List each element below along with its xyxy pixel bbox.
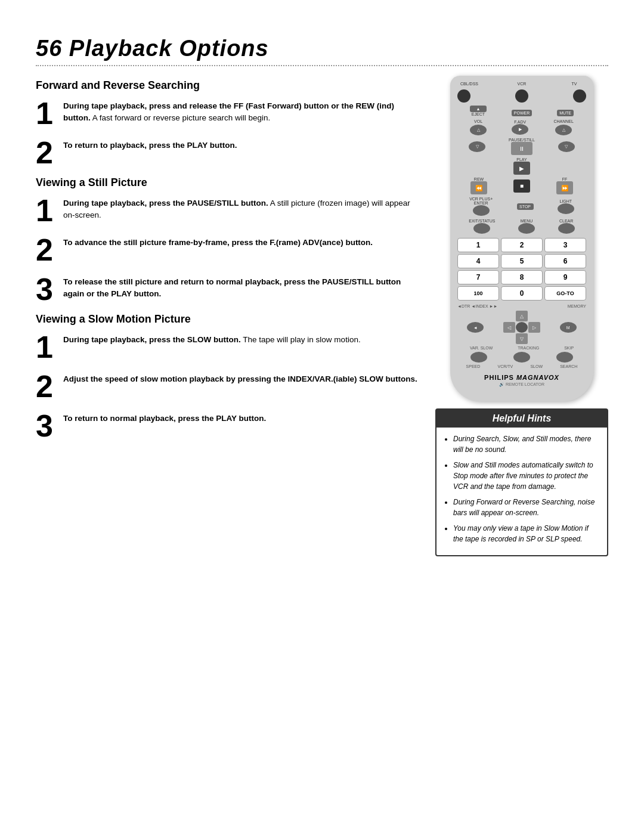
step-text: During tape playback, press the PAUSE/ST… [63,195,417,222]
power-button[interactable]: POWER [512,110,532,116]
step-bold-text: To release the still picture and return … [63,277,401,298]
bottom-function-row [457,352,586,363]
channel-up-button[interactable]: △ [555,125,572,135]
hints-title: Helpful Hints [493,413,552,423]
slow-label: SLOW [530,364,543,368]
helpful-hints-box: Helpful Hints During Search, Slow, and S… [435,408,608,556]
ok-button[interactable] [516,322,528,333]
up-button[interactable]: △ [516,311,528,321]
step-number: 3 [36,410,57,441]
num8-button[interactable]: 8 [501,270,543,284]
pause-row: ▽ PAUSE/STILL ⏸ ▽ [457,138,586,155]
memory-button[interactable]: M [560,322,577,333]
clear-group: CLEAR [558,219,575,234]
step-block: 2 To advance the still picture frame-by-… [36,234,417,265]
exit-status-button[interactable] [473,223,490,234]
navigation-dpad: △ ◁ ▷ ▽ [503,311,540,344]
eject-button[interactable]: ▲ [470,106,487,112]
num7-button[interactable]: 7 [457,270,499,284]
light-group: LIGHT [558,199,574,214]
skip-button[interactable] [556,352,573,363]
numpad: 1 2 3 4 5 6 7 8 9 100 0 GO-TO [457,238,586,301]
hints-body: During Search, Slow, and Still modes, th… [436,428,607,555]
step-text: To return to playback, press the PLAY bu… [63,137,237,151]
ff-group: FF ⏩ [556,177,573,194]
fadv-group: F.ADV ▶ [512,120,528,135]
num0-button[interactable]: 0 [501,286,543,301]
clear-button[interactable] [558,223,575,234]
section-divider [36,65,608,66]
num4-button[interactable]: 4 [457,254,499,268]
step-bold-text: To return to playback, press the PLAY bu… [63,141,237,150]
page-container: 56 Playback Options Forward and Reverse … [0,0,644,592]
stop-center-button[interactable]: ■ [513,179,530,193]
step-bold-text: During tape playback, press the PAUSE/ST… [63,199,268,208]
goto-button[interactable]: GO-TO [544,286,586,301]
light-button[interactable] [558,203,574,214]
step-text: To release the still picture and return … [63,274,417,301]
magnavox-logo: MAGNAVOX [516,374,559,381]
step-number: 2 [36,234,57,265]
channel-label: CHANNEL [553,119,573,123]
eject-group: ▲ EJECT [470,106,487,116]
num6-button[interactable]: 6 [544,254,586,268]
speed-label: SPEED [466,364,481,368]
step-bold-text: To return to normal playback, press the … [63,414,266,423]
down-button[interactable]: ▽ [516,333,528,344]
var-slow-button[interactable] [470,352,487,363]
right-button[interactable]: ▷ [528,322,540,333]
num100-button[interactable]: 100 [457,286,499,301]
vcr-button[interactable] [515,89,528,103]
mute-button[interactable]: MUTE [557,110,574,116]
power-group: POWER [512,110,532,116]
exit-status-label: EXIT/STATUS [469,219,495,223]
channel-group: CHANNEL △ [553,119,573,135]
mute-group: MUTE [557,110,574,116]
step-block: 2 To return to playback, press the PLAY … [36,137,417,168]
num2-button[interactable]: 2 [501,238,543,252]
dtr-index-button[interactable]: ◄ [467,322,484,333]
var-slow-label: VAR. SLOW [470,346,493,350]
skip-label: SKIP [564,346,574,350]
tv-label: TV [562,82,586,86]
menu-group: MENU [518,219,535,234]
vol-up-button[interactable]: △ [470,125,487,135]
tv-button[interactable] [573,89,586,103]
step-bold-text: During tape playback, press and release … [63,101,394,122]
rew-label: REW [474,177,484,181]
hint-item-2: Slow and Still modes automatically switc… [453,460,599,492]
light-label: LIGHT [560,199,572,203]
step-block: 1 During tape playback, press the SLOW b… [36,332,417,363]
channel-down-button[interactable]: ▽ [558,141,575,152]
num3-button[interactable]: 3 [544,238,586,252]
vol-fadv-channel-row: VOL △ F.ADV ▶ CHANNEL △ [457,119,586,135]
section-heading-still-picture: Viewing a Still Picture [36,176,417,189]
section-heading-slow-motion: Viewing a Slow Motion Picture [36,313,417,326]
left-button[interactable]: ◁ [503,322,515,333]
cbl-dss-button[interactable] [457,89,470,103]
step-block: 1 During tape playback, press the PAUSE/… [36,195,417,226]
play-button[interactable]: ▶ [513,162,530,175]
menu-button[interactable] [518,223,535,234]
step-number: 2 [36,371,57,402]
page-title: 56 Playback Options [36,36,608,61]
ff-button[interactable]: ⏩ [556,181,573,194]
rew-button[interactable]: ⏪ [470,181,487,194]
vol-group: VOL △ [470,119,487,135]
pause-still-button[interactable]: ⏸ [511,142,532,155]
stop-button[interactable]: STOP [517,203,534,210]
fadv-button[interactable]: ▶ [512,124,528,135]
right-column: CBL/DSS VCR TV ▲ EJECT [435,76,608,556]
pause-still-group: PAUSE/STILL ⏸ [509,138,535,155]
num5-button[interactable]: 5 [501,254,543,268]
vcr-plus-button[interactable] [473,205,490,216]
stop-group: STOP [517,203,534,210]
fadv-label: F.ADV [514,120,526,124]
num9-button[interactable]: 9 [544,270,586,284]
exit-status-group: EXIT/STATUS [469,219,495,234]
vol-down-button[interactable]: ▽ [469,141,485,152]
hints-header: Helpful Hints [436,410,607,428]
tracking-button[interactable] [513,352,530,363]
num1-button[interactable]: 1 [457,238,499,252]
pause-still-label: PAUSE/STILL [509,138,535,142]
